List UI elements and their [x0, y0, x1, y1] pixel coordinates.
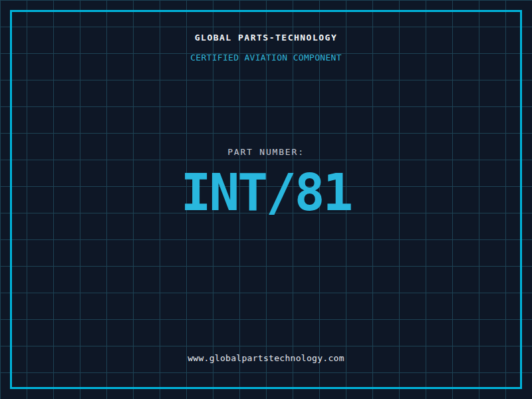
part-number-label: PART NUMBER: — [0, 148, 532, 156]
certificate-page: GLOBAL PARTS-TECHNOLOGY CERTIFIED AVIATI… — [0, 0, 532, 399]
part-number-value: INT/81 — [0, 168, 532, 218]
certification-subtitle: CERTIFIED AVIATION COMPONENT — [0, 53, 532, 62]
company-title: GLOBAL PARTS-TECHNOLOGY — [0, 33, 532, 42]
website-url: www.globalpartstechnology.com — [0, 354, 532, 362]
